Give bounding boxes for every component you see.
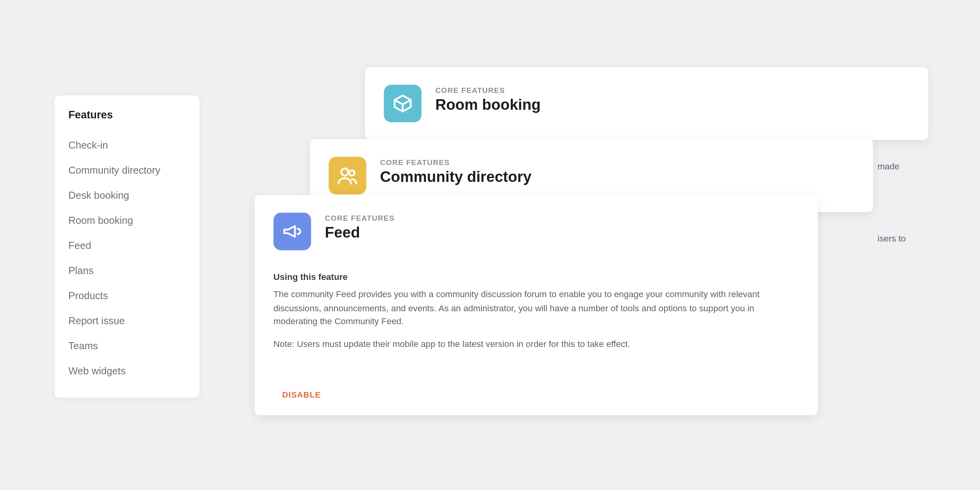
feature-description: The community Feed provides you with a c…: [274, 288, 799, 328]
features-sidebar: Features Check-in Community directory De…: [54, 95, 200, 397]
card-eyebrow: CORE FEATURES: [435, 86, 541, 94]
sidebar-item-report-issue[interactable]: Report issue: [68, 309, 185, 334]
sidebar-item-feed[interactable]: Feed: [68, 233, 185, 258]
card-header: CORE FEATURES Feed: [274, 212, 799, 250]
section-heading: Using this feature: [274, 272, 799, 282]
card-eyebrow: CORE FEATURES: [380, 158, 532, 167]
sidebar-title: Features: [68, 109, 185, 122]
sidebar-item-plans[interactable]: Plans: [68, 258, 185, 283]
feature-card-feed: CORE FEATURES Feed Using this feature Th…: [255, 195, 818, 415]
people-icon: [328, 157, 366, 194]
feature-note: Note: Users must update their mobile app…: [274, 338, 799, 351]
card-title: Feed: [325, 224, 395, 241]
card-head-text: CORE FEATURES Feed: [325, 212, 395, 241]
card-head-text: CORE FEATURES Room booking: [435, 85, 541, 114]
card-title: Room booking: [435, 96, 541, 114]
card-body: Using this feature The community Feed pr…: [274, 272, 799, 351]
sidebar-item-products[interactable]: Products: [68, 283, 185, 309]
svg-point-0: [341, 169, 348, 176]
peek-text-made: made: [877, 161, 899, 171]
box-icon: [384, 85, 421, 122]
sidebar-item-check-in[interactable]: Check-in: [68, 133, 185, 158]
card-eyebrow: CORE FEATURES: [325, 214, 395, 223]
feature-card-room-booking: CORE FEATURES Room booking: [365, 67, 928, 140]
sidebar-item-web-widgets[interactable]: Web widgets: [68, 359, 185, 384]
disable-button[interactable]: DISABLE: [282, 390, 321, 399]
megaphone-icon: [274, 212, 311, 250]
card-header: CORE FEATURES Community directory: [328, 157, 854, 194]
card-actions: DISABLE: [274, 389, 799, 400]
peek-text-users: isers to: [877, 233, 906, 243]
sidebar-item-desk-booking[interactable]: Desk booking: [68, 183, 185, 208]
card-title: Community directory: [380, 168, 532, 186]
sidebar-item-room-booking[interactable]: Room booking: [68, 208, 185, 233]
sidebar-item-community-directory[interactable]: Community directory: [68, 158, 185, 183]
card-head-text: CORE FEATURES Community directory: [380, 157, 532, 186]
sidebar-item-teams[interactable]: Teams: [68, 334, 185, 359]
card-header: CORE FEATURES Room booking: [384, 85, 909, 122]
svg-point-1: [349, 170, 355, 176]
